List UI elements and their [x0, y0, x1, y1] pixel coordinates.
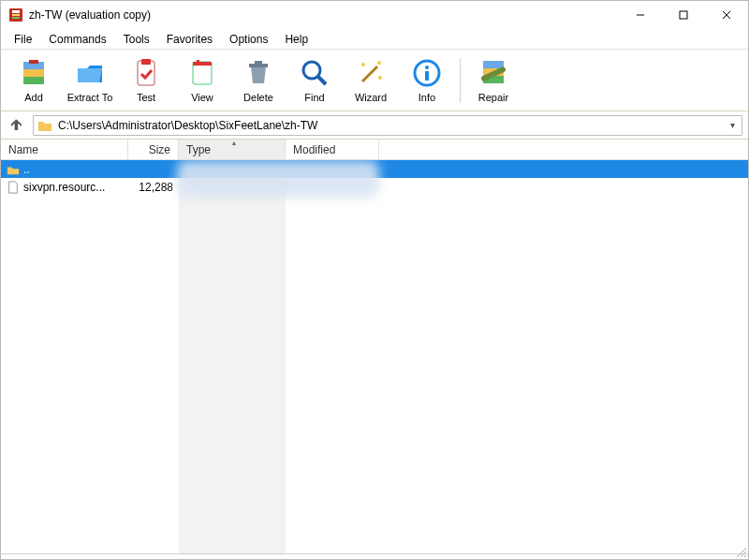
book-icon [186, 57, 218, 89]
file-icon [7, 181, 20, 194]
folder-out-icon [74, 57, 106, 89]
column-name[interactable]: Name [1, 140, 128, 159]
menu-tools[interactable]: Tools [116, 31, 157, 48]
add-button[interactable]: Add [7, 52, 61, 109]
trash-icon [242, 57, 274, 89]
menubar: File Commands Tools Favorites Options He… [1, 29, 748, 50]
svg-point-23 [377, 61, 381, 65]
close-button[interactable] [705, 1, 748, 29]
row-name: .. [23, 163, 30, 176]
svg-rect-1 [12, 10, 20, 13]
minimize-button[interactable] [619, 1, 662, 29]
column-size[interactable]: Size [128, 140, 179, 159]
delete-label: Delete [243, 92, 273, 103]
titlebar: zh-TW (evaluation copy) [1, 1, 748, 29]
app-icon [8, 7, 23, 22]
svg-line-20 [318, 77, 326, 84]
up-button[interactable]: 🡱 [7, 118, 25, 133]
svg-rect-3 [12, 17, 20, 19]
delete-button[interactable]: Delete [231, 52, 286, 109]
menu-commands[interactable]: Commands [41, 31, 113, 48]
svg-point-26 [425, 66, 429, 69]
window-title: zh-TW (evaluation copy) [29, 8, 619, 22]
svg-point-22 [361, 63, 365, 66]
archive-stack-icon [18, 57, 50, 89]
add-label: Add [24, 92, 43, 103]
svg-rect-15 [193, 62, 212, 66]
info-button[interactable]: Info [400, 52, 454, 109]
menu-favorites[interactable]: Favorites [159, 31, 220, 48]
status-bar: Total 12,288 bytes in 1 file [1, 553, 748, 560]
svg-rect-28 [483, 61, 504, 68]
maximize-button[interactable] [662, 1, 705, 29]
window-controls [619, 1, 748, 29]
folder-icon [37, 118, 52, 133]
info-label: Info [419, 92, 435, 103]
find-button[interactable]: Find [287, 52, 342, 109]
svg-rect-18 [255, 61, 262, 65]
repair-label: Repair [478, 92, 508, 103]
path-text: C:\Users\Administrator\Desktop\SixFeetLa… [58, 119, 317, 132]
svg-line-35 [744, 555, 746, 557]
menu-file[interactable]: File [7, 31, 39, 48]
address-bar: 🡱 C:\Users\Administrator\Desktop\SixFeet… [1, 111, 748, 140]
svg-rect-10 [23, 77, 44, 84]
wizard-label: Wizard [355, 92, 387, 103]
file-list[interactable]: .. sixvpn.resourc... 12,288 [1, 160, 748, 553]
row-name: sixvpn.resourc... [23, 181, 105, 194]
svg-line-21 [362, 66, 377, 81]
row-size: 12,288 [128, 181, 179, 194]
wand-icon [355, 57, 387, 89]
column-type[interactable]: Type▴ [179, 140, 286, 159]
redacted-region [177, 160, 379, 198]
magnifier-icon [299, 57, 330, 89]
svg-rect-13 [141, 59, 151, 65]
view-label: View [191, 92, 213, 103]
menu-help[interactable]: Help [277, 31, 316, 48]
extract-to-label: Extract To [67, 92, 113, 103]
chevron-down-icon[interactable]: ▾ [725, 118, 740, 133]
test-label: Test [137, 92, 155, 103]
wizard-button[interactable]: Wizard [344, 52, 398, 109]
repair-button[interactable]: Repair [466, 52, 521, 109]
svg-rect-5 [680, 11, 687, 19]
svg-rect-9 [23, 69, 44, 77]
test-button[interactable]: Test [119, 52, 173, 109]
resize-grip-icon[interactable] [734, 545, 747, 558]
extract-to-button[interactable]: Extract To [63, 52, 117, 109]
sorted-column-shade [179, 160, 286, 553]
column-headers: Name Size Type▴ Modified [1, 140, 748, 160]
svg-rect-27 [425, 71, 429, 81]
sort-indicator-icon: ▴ [232, 139, 236, 147]
svg-rect-11 [29, 60, 38, 64]
toolbar: Add Extract To Test View Delete Find Wiz… [1, 50, 748, 111]
column-modified[interactable]: Modified [286, 140, 379, 159]
find-label: Find [304, 92, 324, 103]
toolbar-separator [460, 58, 461, 103]
svg-point-19 [303, 62, 320, 79]
svg-rect-2 [12, 14, 20, 16]
svg-rect-16 [197, 60, 199, 66]
info-icon [411, 57, 443, 89]
svg-point-24 [378, 76, 382, 80]
folder-up-icon [7, 163, 20, 176]
menu-options[interactable]: Options [222, 31, 275, 48]
clipboard-check-icon [130, 57, 162, 89]
bandage-icon [477, 57, 509, 89]
view-button[interactable]: View [175, 52, 229, 109]
path-input[interactable]: C:\Users\Administrator\Desktop\SixFeetLa… [33, 115, 742, 136]
